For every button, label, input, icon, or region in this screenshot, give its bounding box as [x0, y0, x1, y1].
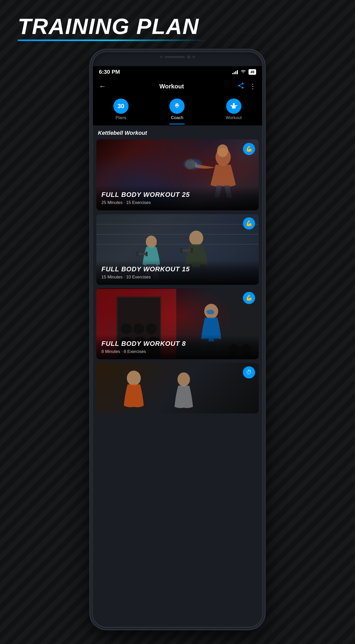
svg-point-2 — [175, 104, 176, 105]
svg-rect-21 — [181, 249, 191, 252]
plans-tab-label: Plans — [116, 115, 127, 120]
svg-rect-4 — [175, 106, 179, 107]
svg-point-30 — [121, 323, 132, 334]
svg-point-31 — [133, 323, 144, 334]
page-header: TRAINING PLAN — [18, 15, 208, 41]
card-badge-2: 💪 — [243, 217, 255, 230]
status-icons: 49 — [232, 69, 256, 75]
card-badge-1: 💪 — [243, 143, 255, 155]
page-title: TRAINING PLAN — [18, 15, 208, 37]
phone-frame: 6:30 PM — [91, 51, 264, 628]
workout-card-2[interactable]: FULL BODY WORKOUT 15 15 Minutes · 10 Exe… — [96, 214, 259, 285]
workout-tab-label: Workout — [226, 115, 242, 120]
volume-up-button — [89, 101, 91, 117]
svg-rect-19 — [146, 252, 148, 256]
svg-rect-17 — [137, 253, 146, 255]
app-header-title: Workout — [159, 83, 184, 90]
workout-card-title-2: FULL BODY WORKOUT 15 — [101, 265, 254, 273]
signal-bar-1 — [232, 73, 233, 74]
plans-badge: 30 — [113, 99, 129, 114]
app-content: Kettlebell Workout — [93, 126, 262, 627]
svg-point-32 — [146, 323, 157, 334]
share-icon[interactable] — [237, 82, 244, 91]
coach-tab-label: Coach — [171, 115, 183, 120]
workout-icon — [226, 99, 241, 114]
tab-coach[interactable]: Coach — [169, 99, 185, 122]
phone-top-bar — [93, 52, 262, 66]
section-title: Kettlebell Workout — [93, 126, 262, 139]
title-underline — [18, 40, 208, 41]
workout-card-meta-3: 8 Minutes · 8 Exercises — [101, 349, 254, 354]
svg-point-11 — [184, 159, 202, 169]
workout-card-1[interactable]: FULL BODY WORKOUT 25 25 Minutes · 15 Exe… — [96, 139, 259, 210]
svg-point-20 — [189, 231, 203, 245]
header-actions: ⋮ — [237, 82, 256, 91]
workout-card-meta-2: 15 Minutes · 10 Exercises — [101, 275, 254, 280]
phone-notch — [160, 55, 195, 59]
phone-wrapper: 6:30 PM — [91, 51, 264, 628]
svg-point-39 — [178, 372, 190, 386]
svg-rect-22 — [180, 248, 183, 253]
phone-dot-left — [160, 56, 163, 58]
signal-icon — [232, 70, 238, 74]
volume-down-button — [89, 122, 91, 137]
workout-card-4[interactable]: ⏱ — [96, 363, 259, 413]
tab-workout[interactable]: Workout — [226, 99, 242, 122]
status-bar: 6:30 PM — [93, 66, 262, 78]
back-button[interactable]: ← — [99, 82, 106, 90]
phone-dot-right — [192, 56, 195, 58]
more-menu-icon[interactable]: ⋮ — [250, 83, 256, 90]
battery-icon: 49 — [248, 69, 256, 75]
svg-point-6 — [233, 103, 235, 105]
svg-rect-23 — [190, 248, 193, 253]
signal-bar-2 — [234, 72, 235, 74]
signal-bar-4 — [237, 70, 238, 74]
workout-card-3[interactable]: FULL BODY WORKOUT 8 8 Minutes · 8 Exerci… — [96, 288, 259, 359]
svg-point-3 — [178, 104, 179, 105]
wifi-icon — [240, 69, 246, 74]
card-badge-3: 💪 — [243, 292, 255, 304]
card-overlay-3: FULL BODY WORKOUT 8 8 Minutes · 8 Exerci… — [96, 335, 259, 359]
card-overlay-2: FULL BODY WORKOUT 15 15 Minutes · 10 Exe… — [96, 260, 259, 285]
workout-card-meta-1: 25 Minutes · 15 Exercises — [101, 200, 254, 205]
svg-point-38 — [127, 371, 141, 386]
tab-navigation: 30 Plans — [93, 95, 262, 126]
tab-plans[interactable]: 30 Plans — [113, 99, 129, 122]
svg-rect-18 — [136, 252, 138, 256]
card-badge-4: ⏱ — [243, 366, 255, 378]
status-time: 6:30 PM — [99, 69, 120, 75]
signal-bar-3 — [235, 71, 236, 74]
workout-card-title-1: FULL BODY WORKOUT 25 — [101, 191, 254, 199]
svg-point-10 — [217, 144, 228, 157]
coach-icon — [169, 99, 185, 114]
power-button — [264, 111, 266, 137]
svg-point-16 — [146, 236, 157, 248]
phone-camera — [187, 55, 190, 59]
workout-figure-4 — [96, 363, 259, 413]
workout-card-title-3: FULL BODY WORKOUT 8 — [101, 340, 254, 348]
card-overlay-1: FULL BODY WORKOUT 25 25 Minutes · 15 Exe… — [96, 186, 259, 210]
app-header: ← Workout ⋮ — [93, 78, 262, 95]
phone-speaker — [165, 56, 185, 58]
